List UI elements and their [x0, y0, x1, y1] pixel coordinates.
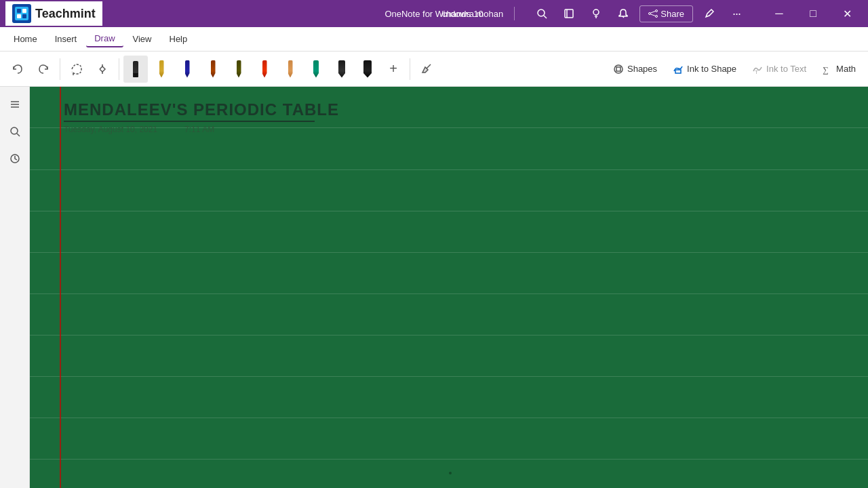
pen-yellow-button[interactable] — [149, 56, 174, 83]
close-button[interactable]: ✕ — [831, 3, 863, 24]
notebook-icon[interactable] — [558, 3, 580, 24]
minimize-button[interactable]: ─ — [764, 3, 795, 24]
lightbulb-icon[interactable] — [585, 3, 607, 24]
title-underline — [64, 121, 315, 122]
svg-point-6 — [538, 9, 545, 16]
page-title: MENDALEEV'S PERIODIC TABLE — [64, 100, 339, 119]
page-dot — [449, 472, 452, 474]
svg-rect-2 — [17, 9, 21, 13]
margin-line — [60, 87, 61, 488]
svg-point-16 — [656, 16, 658, 18]
svg-rect-5 — [22, 14, 26, 18]
sidebar-history-button[interactable] — [3, 146, 27, 171]
menu-home[interactable]: Home — [5, 31, 45, 47]
h-line-9 — [30, 459, 868, 460]
h-line-7 — [30, 376, 868, 377]
page-title-area: MENDALEEV'S PERIODIC TABLE Tuesday, Augu… — [64, 100, 339, 134]
add-icon: + — [389, 61, 397, 77]
pen-mode-icon[interactable] — [698, 3, 720, 24]
svg-point-31 — [11, 127, 18, 134]
app-title: OneNote for Windows 10 — [384, 9, 483, 19]
ink-to-shape-button[interactable]: Ink to Shape — [665, 60, 743, 78]
pen-marker-button[interactable] — [355, 56, 380, 83]
bell-icon[interactable] — [612, 3, 634, 24]
ink-to-text-button[interactable]: T Ink to Text — [745, 60, 813, 78]
svg-line-32 — [17, 134, 20, 136]
pen-felt-button[interactable] — [330, 56, 354, 83]
page-date: Tuesday, August 10, 2021 7:11 AM — [64, 125, 339, 134]
ink-to-shape-label: Ink to Shape — [687, 64, 736, 74]
svg-rect-24 — [616, 67, 620, 71]
svg-point-23 — [614, 65, 623, 73]
pen-olive-button[interactable] — [226, 56, 251, 83]
pen-blue-button[interactable] — [175, 56, 199, 83]
ink-to-text-label: Ink to Text — [766, 64, 806, 74]
menu-draw[interactable]: Draw — [86, 30, 123, 47]
pen-orange-button[interactable] — [252, 56, 277, 83]
transform-button[interactable] — [90, 56, 115, 83]
search-titlebar-icon[interactable] — [531, 3, 553, 24]
menu-help[interactable]: Help — [161, 31, 196, 47]
sep3 — [410, 58, 410, 80]
svg-rect-4 — [17, 14, 21, 18]
svg-text:∑: ∑ — [823, 65, 829, 75]
toolbar: + Shapes Ink to Shape T — [0, 52, 868, 87]
sidebar — [0, 87, 30, 488]
svg-line-7 — [544, 16, 547, 18]
titlebar-controls: ─ □ ✕ — [764, 3, 863, 24]
titlebar-right: chandra mohan Share ··· — [442, 3, 863, 24]
undo-button[interactable] — [5, 56, 30, 83]
teachmint-logo-icon — [12, 4, 31, 23]
svg-point-14 — [649, 13, 651, 15]
sep2 — [119, 58, 119, 80]
redo-button[interactable] — [31, 56, 56, 83]
math-button[interactable]: ∑ Math — [814, 60, 863, 78]
pen-brown-button[interactable] — [201, 56, 225, 83]
eraser-button[interactable] — [414, 56, 439, 83]
menubar: Home Insert Draw View Help — [0, 27, 868, 52]
select-tool-button[interactable] — [64, 56, 89, 83]
share-button[interactable]: Share — [639, 5, 693, 22]
menu-insert[interactable]: Insert — [47, 31, 85, 47]
shapes-label: Shapes — [627, 64, 657, 74]
h-line-3 — [30, 211, 868, 211]
h-line-2 — [30, 169, 868, 170]
toolbar-right: Shapes Ink to Shape T Ink to Text ∑ Math — [606, 60, 863, 78]
maximize-button[interactable]: □ — [797, 3, 829, 24]
menu-view[interactable]: View — [125, 31, 160, 47]
math-label: Math — [836, 64, 856, 74]
svg-line-22 — [427, 64, 431, 68]
more-options-icon[interactable]: ··· — [726, 3, 747, 24]
svg-rect-25 — [675, 70, 681, 73]
date-text: Tuesday, August 10, 2021 — [64, 125, 157, 134]
logo-area: Teachmint — [5, 1, 102, 26]
svg-rect-1 — [15, 7, 28, 20]
h-line-6 — [30, 335, 868, 336]
shapes-button[interactable]: Shapes — [606, 60, 664, 78]
pen-tan-button[interactable] — [278, 56, 302, 83]
svg-line-18 — [651, 14, 656, 16]
svg-line-17 — [651, 12, 656, 14]
content-area: MENDALEEV'S PERIODIC TABLE Tuesday, Augu… — [30, 87, 868, 488]
add-pen-button[interactable]: + — [381, 56, 406, 83]
sep1 — [60, 58, 60, 80]
logo-text: Teachmint — [35, 7, 96, 21]
svg-point-15 — [656, 10, 658, 12]
svg-point-10 — [593, 9, 599, 15]
svg-rect-3 — [22, 9, 26, 13]
pen-black-button[interactable] — [123, 56, 148, 83]
share-label: Share — [660, 9, 684, 19]
titlebar-divider — [514, 7, 515, 20]
sidebar-pages-button[interactable] — [3, 92, 27, 117]
sidebar-search-button[interactable] — [3, 119, 27, 144]
h-line-5 — [30, 293, 868, 294]
time-text: 7:11 AM — [184, 125, 214, 134]
pen-teal-button[interactable] — [304, 56, 328, 83]
titlebar: Teachmint OneNote for Windows 10 chandra… — [0, 0, 868, 27]
h-line-4 — [30, 252, 868, 253]
titlebar-left: Teachmint — [5, 1, 111, 26]
svg-text:T: T — [755, 69, 758, 75]
titlebar-icons: Share ··· — [531, 3, 747, 24]
h-line-8 — [30, 418, 868, 418]
svg-rect-8 — [565, 9, 573, 18]
